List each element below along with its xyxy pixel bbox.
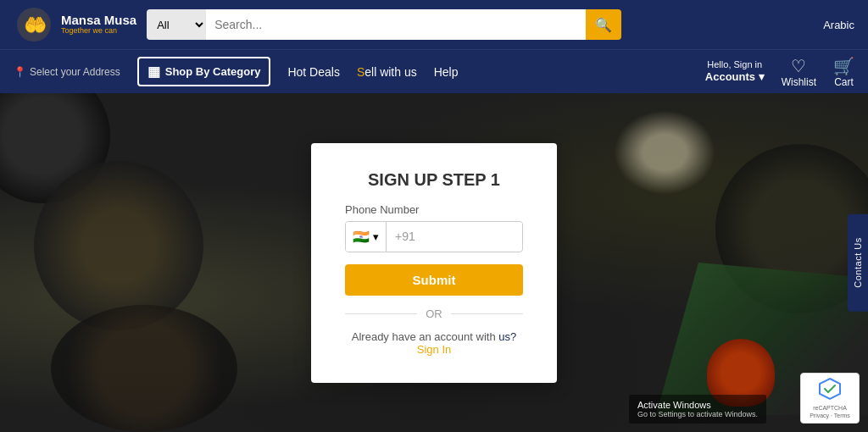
recaptcha-badge: reCAPTCHAPrivacy · Terms bbox=[800, 373, 860, 424]
windows-watermark: Activate Windows Go to Settings to activ… bbox=[629, 395, 766, 424]
contact-us-tab[interactable]: Contact Us bbox=[848, 213, 868, 311]
location-label: Select your Address bbox=[30, 66, 120, 78]
or-line-left bbox=[345, 313, 417, 314]
cart-icon: 🛒 bbox=[833, 56, 854, 76]
flag-dropdown-icon: ▾ bbox=[373, 230, 379, 243]
shop-by-category-label: Shop By Category bbox=[165, 65, 261, 78]
nav-links: Hot Deals Sell with us Help bbox=[287, 65, 687, 79]
sign-in-link[interactable]: Sign In bbox=[417, 343, 451, 356]
cart-area[interactable]: 🛒 Cart bbox=[833, 56, 854, 88]
nav-right: Hello, Sign in Accounts ▾ ♡ Wishlist 🛒 C… bbox=[705, 56, 854, 88]
search-button[interactable]: 🔍 bbox=[586, 9, 621, 40]
food-decor-bottom-left bbox=[51, 305, 237, 432]
india-flag-icon: 🇮🇳 bbox=[353, 229, 370, 245]
logo-tagline: Together we can bbox=[61, 27, 136, 36]
account-area[interactable]: Hello, Sign in Accounts ▾ bbox=[705, 58, 765, 85]
recaptcha-icon bbox=[818, 377, 842, 405]
food-decor-bowl-left bbox=[34, 161, 203, 330]
grid-icon: ▦ bbox=[147, 64, 160, 80]
logo-icon: 🤲 bbox=[14, 4, 54, 45]
recaptcha-text: reCAPTCHAPrivacy · Terms bbox=[810, 405, 850, 419]
search-category-select[interactable]: All bbox=[147, 9, 206, 40]
or-line-right bbox=[451, 313, 523, 314]
phone-input-group: 🇮🇳 ▾ bbox=[345, 221, 523, 252]
phone-label: Phone Number bbox=[345, 203, 523, 216]
wishlist-area[interactable]: ♡ Wishlist bbox=[782, 56, 816, 88]
account-signin-text: Already have an account with us? Sign In bbox=[345, 330, 523, 356]
logo-text-group: Mansa Musa Together we can bbox=[61, 14, 136, 36]
logo-name: Mansa Musa bbox=[61, 14, 136, 28]
shop-by-category-button[interactable]: ▦ Shop By Category bbox=[137, 57, 271, 86]
wishlist-label: Wishlist bbox=[782, 76, 816, 88]
location-icon: 📍 bbox=[14, 66, 26, 78]
logo-area[interactable]: 🤲 Mansa Musa Together we can bbox=[14, 4, 136, 45]
form-title: SIGN UP STEP 1 bbox=[345, 170, 523, 190]
country-flag-selector[interactable]: 🇮🇳 ▾ bbox=[346, 222, 387, 252]
watermark-line1: Activate Windows bbox=[637, 400, 758, 410]
search-bar: All 🔍 bbox=[147, 9, 621, 40]
nav-sell-with-us[interactable]: Sell with us bbox=[357, 65, 417, 79]
signup-form: SIGN UP STEP 1 Phone Number 🇮🇳 ▾ Submit … bbox=[311, 143, 557, 383]
language-selector[interactable]: Arabic bbox=[823, 19, 854, 31]
nav-bar: 📍 Select your Address ▦ Shop By Category… bbox=[0, 49, 868, 93]
or-divider: OR bbox=[345, 307, 523, 320]
top-bar: 🤲 Mansa Musa Together we can All 🔍 Arabi… bbox=[0, 0, 868, 49]
watermark-line2: Go to Settings to activate Windows. bbox=[637, 410, 758, 418]
hero-section: SIGN UP STEP 1 Phone Number 🇮🇳 ▾ Submit … bbox=[0, 93, 868, 432]
food-decor-garlic bbox=[614, 110, 715, 195]
svg-text:🤲: 🤲 bbox=[24, 14, 47, 36]
search-icon: 🔍 bbox=[595, 17, 612, 33]
us-link[interactable]: us? bbox=[498, 330, 516, 343]
phone-number-input[interactable] bbox=[387, 223, 523, 250]
cart-label: Cart bbox=[834, 76, 854, 88]
hello-label: Hello, Sign in bbox=[707, 58, 762, 70]
search-input[interactable] bbox=[206, 9, 586, 40]
nav-hot-deals[interactable]: Hot Deals bbox=[287, 65, 339, 79]
nav-help[interactable]: Help bbox=[434, 65, 459, 79]
accounts-label: Accounts ▾ bbox=[705, 70, 765, 85]
submit-button[interactable]: Submit bbox=[345, 264, 523, 296]
heart-icon: ♡ bbox=[791, 56, 806, 76]
location-area[interactable]: 📍 Select your Address bbox=[14, 66, 120, 78]
or-text: OR bbox=[426, 307, 442, 320]
